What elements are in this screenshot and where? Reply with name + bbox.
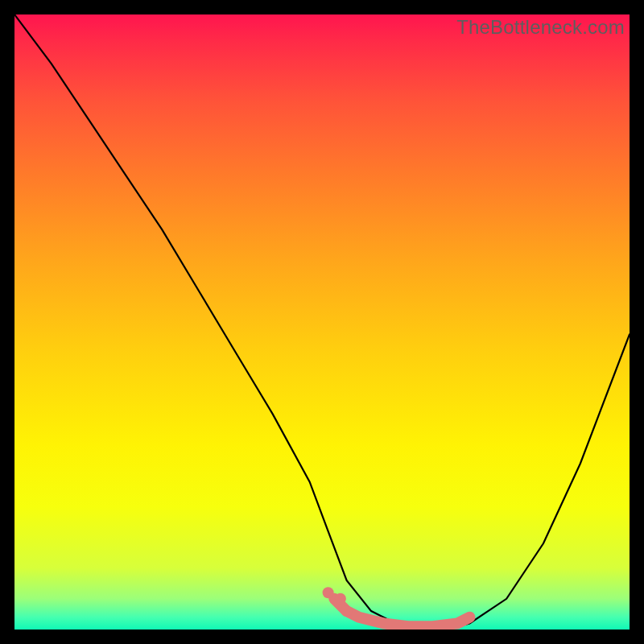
chart-frame: TheBottleneck.com xyxy=(0,0,644,644)
highlight-dots xyxy=(323,587,353,617)
plot-area: TheBottleneck.com xyxy=(14,14,630,630)
chart-svg xyxy=(14,14,630,630)
bottleneck-curve-line xyxy=(14,14,630,630)
highlight-band-line xyxy=(334,599,469,626)
highlight-dot xyxy=(341,605,353,617)
highlight-dot xyxy=(335,593,346,605)
highlight-dot xyxy=(323,587,334,598)
